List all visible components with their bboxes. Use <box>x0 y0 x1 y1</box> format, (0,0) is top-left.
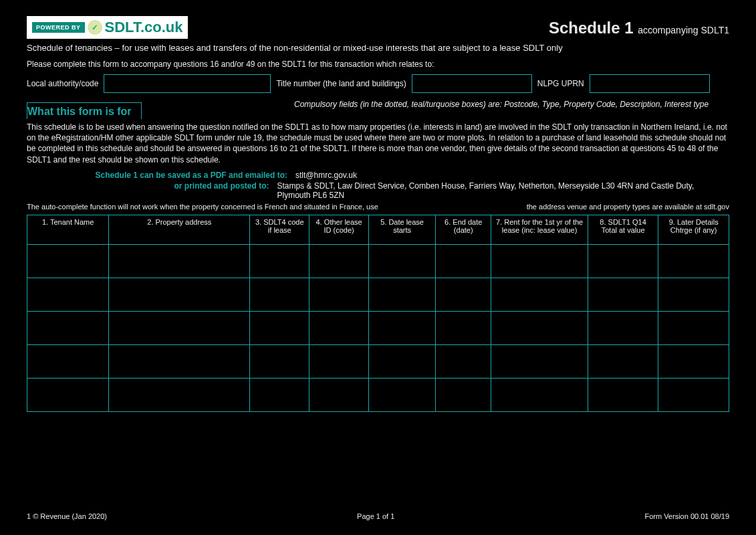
table-cell[interactable] <box>436 278 491 311</box>
submit-email-row: Schedule 1 can be saved as a PDF and ema… <box>27 171 729 180</box>
table-cell[interactable] <box>27 344 109 378</box>
table-cell[interactable] <box>309 378 369 411</box>
save-pdf-email: stlt@hmrc.gov.uk <box>295 171 357 180</box>
table-header-row: 1. Tenant Name 2. Property address 3. SD… <box>27 215 729 244</box>
title-small: accompanying SDLT1 <box>638 25 729 35</box>
table-row <box>27 278 729 311</box>
subtitle: Schedule of tenancies – for use with lea… <box>27 43 729 53</box>
table-cell[interactable] <box>436 344 491 378</box>
autocomplete-note: The auto-complete function will not work… <box>27 203 729 211</box>
submit-post-row: or printed and posted to: Stamps & SDLT,… <box>27 181 729 200</box>
table-cell[interactable] <box>309 244 369 278</box>
footer-left: 1 © Revenue (Jan 2020) <box>27 512 107 520</box>
table-cell[interactable] <box>491 311 588 344</box>
save-pdf-label: Schedule 1 can be saved as a PDF and ema… <box>27 171 287 180</box>
table-cell[interactable] <box>309 278 369 311</box>
table-cell[interactable] <box>109 378 250 411</box>
table-cell[interactable] <box>109 344 250 378</box>
table-cell[interactable] <box>369 244 436 278</box>
table-cell[interactable] <box>491 278 588 311</box>
col-header-7: 7. Rent for the 1st yr of the lease (inc… <box>491 215 588 244</box>
table-cell[interactable] <box>658 378 729 411</box>
autocomplete-left: The auto-complete function will not work… <box>27 203 527 211</box>
table-cell[interactable] <box>250 244 309 278</box>
table-cell[interactable] <box>588 344 658 378</box>
section-heading: What this form is for <box>27 102 142 119</box>
local-auth-input[interactable] <box>104 74 271 93</box>
table-cell[interactable] <box>27 378 109 411</box>
nlpg-input[interactable] <box>590 74 710 93</box>
col-header-9: 9. Later Details Chtrge (if any) <box>658 215 729 244</box>
reference-inputs: Local authority/code Title number (the l… <box>27 74 729 93</box>
table-row <box>27 378 729 411</box>
table-cell[interactable] <box>250 278 309 311</box>
table-cell[interactable] <box>369 311 436 344</box>
table-row <box>27 244 729 278</box>
col-header-8: 8. SDLT1 Q14 Total at value <box>588 215 658 244</box>
footer-right: Form Version 00.01 08/19 <box>644 512 729 520</box>
table-cell[interactable] <box>436 244 491 278</box>
table-cell[interactable] <box>491 378 588 411</box>
title-big: Schedule 1 <box>549 19 638 37</box>
logo-brand: SDLT.co.uk <box>105 19 183 36</box>
schedule-table: 1. Tenant Name 2. Property address 3. SD… <box>27 215 729 412</box>
footer: 1 © Revenue (Jan 2020) Page 1 of 1 Form … <box>27 512 729 520</box>
footer-center: Page 1 of 1 <box>357 512 394 520</box>
col-header-1: 1. Tenant Name <box>27 215 109 244</box>
table-cell[interactable] <box>491 344 588 378</box>
table-cell[interactable] <box>588 378 658 411</box>
table-cell[interactable] <box>109 244 250 278</box>
logo-icon: ✓ <box>88 20 102 35</box>
logo-powered-label: POWERED BY <box>32 22 85 33</box>
col-header-3: 3. SDLT4 code if lease <box>250 215 309 244</box>
table-cell[interactable] <box>250 378 309 411</box>
body-explanation: This schedule is to be used when answeri… <box>27 122 729 165</box>
table-cell[interactable] <box>309 311 369 344</box>
table-cell[interactable] <box>369 278 436 311</box>
table-cell[interactable] <box>27 311 109 344</box>
table-cell[interactable] <box>250 311 309 344</box>
instruction-line: Please complete this form to accompany q… <box>27 60 729 69</box>
nlpg-label: NLPG UPRN <box>537 79 584 88</box>
table-cell[interactable] <box>436 378 491 411</box>
compulsory-note: Compulsory fields (in the dotted, teal/t… <box>294 100 709 109</box>
table-cell[interactable] <box>369 378 436 411</box>
col-header-4: 4. Other lease ID (code) <box>309 215 369 244</box>
logo: POWERED BY ✓ SDLT.co.uk <box>27 16 188 39</box>
title-number-input[interactable] <box>412 74 532 93</box>
title-number-label: Title number (the land and buildings) <box>276 79 406 88</box>
table-cell[interactable] <box>309 344 369 378</box>
table-cell[interactable] <box>109 278 250 311</box>
table-cell[interactable] <box>250 344 309 378</box>
col-header-5: 5. Date lease starts <box>369 215 436 244</box>
table-row <box>27 344 729 378</box>
post-label: or printed and posted to: <box>27 181 269 200</box>
table-cell[interactable] <box>109 311 250 344</box>
col-header-6: 6. End date (date) <box>436 215 491 244</box>
table-cell[interactable] <box>658 344 729 378</box>
table-cell[interactable] <box>658 311 729 344</box>
table-cell[interactable] <box>658 278 729 311</box>
table-cell[interactable] <box>27 244 109 278</box>
table-cell[interactable] <box>588 244 658 278</box>
table-cell[interactable] <box>588 311 658 344</box>
table-cell[interactable] <box>658 244 729 278</box>
table-cell[interactable] <box>491 244 588 278</box>
page-title: Schedule 1 accompanying SDLT1 <box>549 19 729 37</box>
table-cell[interactable] <box>27 278 109 311</box>
autocomplete-right: the address venue and property types are… <box>527 203 729 211</box>
table-row <box>27 311 729 344</box>
table-cell[interactable] <box>436 311 491 344</box>
post-address: Stamps & SDLT, Law Direct Service, Combe… <box>277 181 730 200</box>
table-cell[interactable] <box>369 344 436 378</box>
table-cell[interactable] <box>588 278 658 311</box>
local-auth-label: Local authority/code <box>27 79 98 88</box>
col-header-2: 2. Property address <box>109 215 250 244</box>
